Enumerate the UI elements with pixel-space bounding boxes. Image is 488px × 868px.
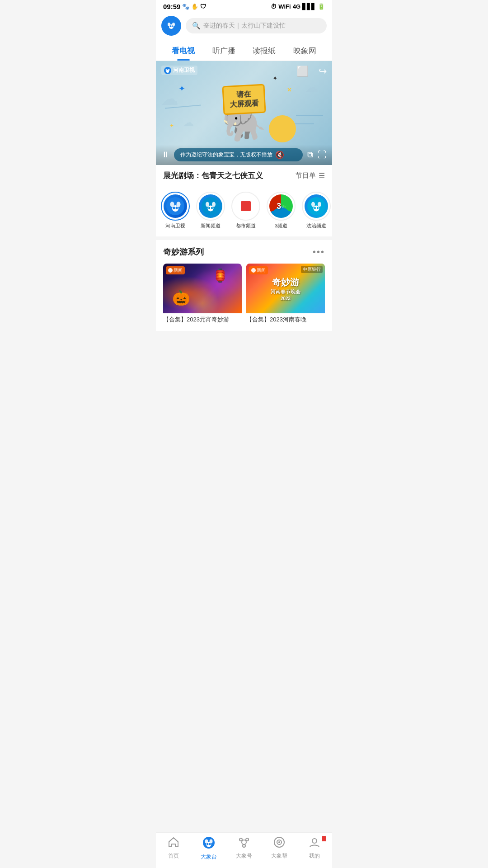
channel-circle-news bbox=[196, 192, 225, 221]
content-card-1[interactable]: 🏮 🎃 新闻 【合集】2023元宵奇妙游 bbox=[163, 264, 242, 325]
channel-circle-legal bbox=[302, 192, 331, 221]
tab-tv[interactable]: 看电视 bbox=[163, 40, 204, 61]
fullscreen-button[interactable]: ⛶ bbox=[318, 150, 327, 160]
henan-logo bbox=[164, 194, 187, 218]
channel-list: 河南卫视 新闻频道 bbox=[156, 186, 332, 236]
video-controls: ⏸ 作为遵纪守法的象宝宝，无版权不播放 🔇 ⧉ ⛶ bbox=[156, 145, 332, 165]
channel-label-3ch: 3频道 bbox=[275, 222, 287, 229]
subtitle-bar: 作为遵纪守法的象宝宝，无版权不播放 🔇 bbox=[174, 148, 303, 161]
content-card-2[interactable]: 中原银行 奇妙游 河南春节晚会 2023 新闻 【合集】2023河南春晚 bbox=[246, 264, 325, 325]
tab-yixiang[interactable]: 映象网 bbox=[285, 40, 325, 61]
svg-point-29 bbox=[251, 268, 256, 273]
channel-item-city[interactable]: 都市频道 bbox=[230, 192, 262, 229]
channel-name-text: 河南卫视 bbox=[173, 66, 195, 74]
channel-item-news[interactable]: 新闻频道 bbox=[195, 192, 226, 229]
svg-point-5 bbox=[172, 25, 173, 27]
paw-icon: 🐾 bbox=[182, 3, 189, 10]
status-right: ⏱ WiFi 4G ▋▋▋ 🔋 bbox=[271, 3, 325, 10]
close-overlay-icon[interactable]: × bbox=[287, 86, 291, 94]
badge-text-1: 新闻 bbox=[174, 267, 183, 274]
3ch-logo: 3 ch bbox=[269, 194, 293, 218]
signal-icon: ▋▋▋ bbox=[302, 3, 316, 10]
card-title-2: 【合集】2023河南春晚 bbox=[246, 313, 325, 325]
schedule-icon: ☰ bbox=[319, 171, 325, 180]
status-time: 09:59 bbox=[163, 3, 180, 10]
card-thumb-1: 🏮 🎃 新闻 bbox=[163, 264, 242, 313]
card-thumb-2: 中原银行 奇妙游 河南春节晚会 2023 新闻 bbox=[246, 264, 325, 313]
search-icon: 🔍 bbox=[192, 22, 201, 30]
channel-item-legal[interactable]: 法治频道 bbox=[300, 192, 332, 229]
badge-text-2: 新闻 bbox=[257, 267, 266, 274]
svg-point-24 bbox=[318, 202, 321, 207]
cloud-decoration-2: ☁ bbox=[305, 79, 319, 95]
news-logo bbox=[199, 194, 222, 218]
section-more-button[interactable]: ••• bbox=[313, 247, 325, 257]
schedule-label: 节目单 bbox=[296, 171, 316, 180]
svg-point-14 bbox=[173, 207, 175, 209]
video-container: ☁ ☁ ☁ 河南卫视 ⬜ ↪ 请在 大屏观看 bbox=[156, 61, 332, 165]
video-area[interactable]: ☁ ☁ ☁ 河南卫视 ⬜ ↪ 请在 大屏观看 bbox=[156, 61, 332, 165]
tab-newspaper[interactable]: 读报纸 bbox=[244, 40, 285, 61]
video-channel-logo: 河南卫视 bbox=[161, 66, 197, 75]
svg-point-9 bbox=[166, 70, 169, 73]
channel-circle-henan bbox=[161, 192, 190, 221]
content-grid: 🏮 🎃 新闻 【合集】2023元宵奇妙游 中原银行 奇妙游 河南春节晚会 bbox=[163, 264, 325, 325]
svg-point-20 bbox=[208, 207, 210, 209]
channel-circle-3ch: 3 ch bbox=[267, 192, 296, 221]
channel-label-city: 都市频道 bbox=[236, 222, 256, 229]
svg-point-28 bbox=[168, 268, 173, 273]
svg-point-3 bbox=[169, 24, 174, 29]
channel-label-news: 新闻频道 bbox=[201, 222, 221, 229]
tab-radio[interactable]: 听广播 bbox=[204, 40, 244, 61]
shield-icon: 🛡 bbox=[200, 3, 206, 10]
svg-point-26 bbox=[314, 207, 316, 209]
sparkle-2: ✦ bbox=[272, 75, 278, 82]
header: 🔍 奋进的春天｜太行山下建设忙 bbox=[156, 12, 332, 40]
channel-label-henan: 河南卫视 bbox=[165, 222, 185, 229]
sparkle-1: ✦ bbox=[178, 84, 185, 94]
channel-item-3ch[interactable]: 3 ch 3频道 bbox=[265, 192, 297, 229]
cellular-icon: 4G bbox=[293, 3, 300, 10]
card-badge-2: 新闻 bbox=[249, 266, 268, 274]
card-title-1: 【合集】2023元宵奇妙游 bbox=[163, 313, 242, 325]
cloud-decoration-1: ☁ bbox=[160, 88, 178, 109]
pause-button[interactable]: ⏸ bbox=[161, 150, 169, 160]
svg-point-17 bbox=[206, 202, 209, 207]
search-bar[interactable]: 🔍 奋进的春天｜太行山下建设忙 bbox=[186, 18, 327, 33]
svg-point-18 bbox=[212, 202, 216, 207]
section-title: 奇妙游系列 bbox=[163, 246, 204, 257]
city-logo bbox=[234, 194, 258, 218]
sparkle-3: ✦ bbox=[169, 123, 174, 129]
channel-circle-city bbox=[231, 192, 260, 221]
content-section: 奇妙游系列 ••• 🏮 🎃 新闻 【合集】2023元宵奇妙游 bbox=[156, 240, 332, 331]
pip-button[interactable]: ⧉ bbox=[307, 150, 313, 160]
legal-logo bbox=[305, 194, 328, 218]
app-logo[interactable] bbox=[161, 16, 181, 36]
bank-badge: 中原银行 bbox=[301, 266, 323, 273]
svg-point-21 bbox=[211, 207, 213, 209]
subtitle-text: 作为遵纪守法的象宝宝，无版权不播放 bbox=[180, 151, 272, 159]
svg-point-23 bbox=[311, 202, 315, 207]
tabs-bar: 看电视 听广播 读报纸 映象网 bbox=[156, 40, 332, 61]
wave-2 bbox=[296, 115, 323, 116]
character-emoji: 🎃 bbox=[172, 289, 190, 307]
search-placeholder: 奋进的春天｜太行山下建设忙 bbox=[203, 22, 286, 30]
svg-point-27 bbox=[317, 207, 319, 209]
schedule-button[interactable]: 节目单 ☰ bbox=[296, 171, 325, 180]
mute-icon[interactable]: 🔇 bbox=[275, 151, 284, 159]
svg-point-4 bbox=[170, 25, 171, 27]
cloud-decoration-3: ☁ bbox=[183, 116, 194, 129]
program-info: 晨光剧场：包青天之七侠五义 节目单 ☰ bbox=[156, 165, 332, 186]
hand-icon: ✋ bbox=[191, 3, 198, 10]
timer-icon: ⏱ bbox=[271, 3, 277, 10]
lantern-emoji: 🏮 bbox=[212, 268, 228, 283]
battery-icon: 🔋 bbox=[318, 3, 325, 10]
cast-icon[interactable]: ⬜ bbox=[296, 66, 309, 77]
share-icon[interactable]: ↪ bbox=[319, 66, 327, 77]
channel-item-henan[interactable]: 河南卫视 bbox=[160, 192, 191, 229]
sign-text: 请在 大屏观看 bbox=[222, 84, 266, 115]
festival-text: 奇妙游 河南春节晚会 2023 bbox=[271, 276, 300, 301]
status-left: 09:59 🐾 ✋ 🛡 bbox=[163, 3, 206, 10]
svg-point-15 bbox=[176, 207, 178, 209]
status-bar: 09:59 🐾 ✋ 🛡 ⏱ WiFi 4G ▋▋▋ 🔋 bbox=[156, 0, 332, 12]
